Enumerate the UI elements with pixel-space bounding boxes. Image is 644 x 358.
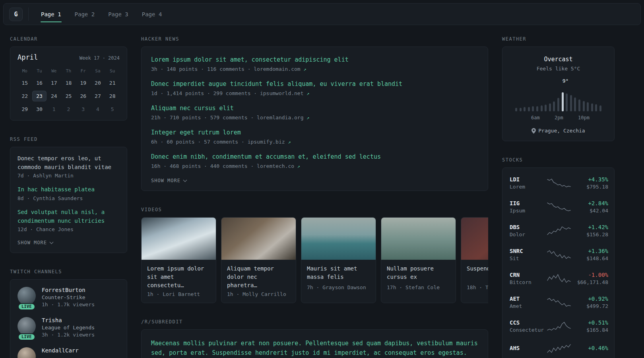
stock-row[interactable]: AET Amet +0.92% $499.72 bbox=[510, 290, 607, 314]
weather-peak-label: 9° bbox=[563, 78, 569, 84]
stock-price: $795.18 bbox=[572, 184, 608, 190]
stock-row[interactable]: SNRC Sit +1.36% $148.64 bbox=[510, 243, 607, 267]
calendar-grid: Mo Tu We Th Fr Sa Su 15 16 17 18 19 20 2… bbox=[17, 67, 120, 115]
twitch-section: TWITCH CHANNELS LIVE ForrestBurton Count… bbox=[10, 269, 127, 358]
calendar-day: 25 bbox=[61, 91, 76, 101]
left-column: CALENDAR April Week 17 · 2024 Mo Tu We T… bbox=[10, 36, 127, 358]
video-card[interactable]: Aliquam tempor dolor nec pharetra… 1h · … bbox=[221, 217, 296, 303]
weather-location-text: Prague, Czechia bbox=[538, 128, 585, 134]
stock-ticker: LDI bbox=[510, 176, 546, 183]
stock-row[interactable]: CCS Consectetur +0.51% $165.84 bbox=[510, 314, 607, 338]
hn-meta-text: 21h · 710 points · 579 comments · bbox=[151, 115, 254, 121]
video-card[interactable]: Suspendisse diam 18h · Tara bbox=[461, 217, 488, 303]
rss-item-link[interactable]: Donec tempor eros leo, ut commodo mauris… bbox=[17, 154, 120, 171]
video-title: Nullam posuere cursus ex bbox=[381, 260, 456, 284]
stock-row[interactable]: DBS Dolor +1.42% $156.28 bbox=[510, 219, 607, 243]
stock-values: +1.42% $156.28 bbox=[572, 224, 608, 237]
stock-id: LDI Lorem bbox=[510, 176, 546, 190]
hn-source-link[interactable]: ipsumworld.net bbox=[260, 90, 304, 96]
calendar-header: CALENDAR bbox=[10, 36, 127, 42]
stock-row[interactable]: AHS +0.46% bbox=[510, 338, 607, 358]
hn-title-link[interactable]: Donec enim nibh, condimentum et accumsan… bbox=[151, 153, 478, 161]
video-card[interactable]: Mauris sit amet massa felis 7h · Grayson… bbox=[301, 217, 376, 303]
stock-ticker: AET bbox=[510, 296, 546, 302]
stock-row[interactable]: CRN Bitcorn -1.00% $66,171.48 bbox=[510, 267, 607, 290]
calendar-day: 22 bbox=[17, 91, 32, 101]
stock-values: +0.92% $499.72 bbox=[572, 296, 608, 309]
rss-show-more-button[interactable]: SHOW MORE bbox=[17, 240, 53, 245]
tab-page-4[interactable]: Page 4 bbox=[135, 4, 169, 25]
weather-time-label: 2pm bbox=[555, 115, 563, 121]
hacker-news-header: HACKER NEWS bbox=[141, 36, 488, 42]
calendar-month: April bbox=[17, 53, 38, 61]
hn-meta-text: 16h · 468 points · 440 comments · bbox=[151, 163, 254, 169]
hn-meta: 3h · 148 points · 116 comments · loremdo… bbox=[151, 66, 478, 72]
tab-page-1[interactable]: Page 1 bbox=[34, 4, 68, 25]
hn-meta: 16h · 468 points · 440 comments · loremt… bbox=[151, 163, 478, 169]
hn-source-link[interactable]: ipsumify.biz bbox=[248, 139, 285, 145]
weather-condition: Overcast bbox=[510, 56, 606, 63]
weather-bar bbox=[583, 101, 585, 111]
hn-title-link[interactable]: Lorem ipsum dolor sit amet, consectetur … bbox=[151, 56, 478, 64]
calendar-day: 27 bbox=[91, 91, 105, 101]
calendar-day-selected: 23 bbox=[32, 91, 47, 101]
twitch-channel-game: Counter-Strike bbox=[42, 294, 95, 300]
twitch-header: TWITCH CHANNELS bbox=[10, 269, 127, 274]
hn-item: Donec imperdiet augue tincidunt felis al… bbox=[151, 80, 478, 96]
calendar-week-year: Week 17 · 2024 bbox=[80, 55, 120, 61]
video-meta: 17h · Stefan Cole bbox=[381, 284, 456, 296]
rss-item-link[interactable]: Sed volutpat nulla nisl, a condimentum n… bbox=[17, 208, 120, 225]
chevron-down-icon bbox=[50, 240, 54, 244]
videos-row: Lorem ipsum dolor sit amet consectetu… 1… bbox=[141, 217, 488, 303]
hn-item: Lorem ipsum dolor sit amet, consectetur … bbox=[151, 56, 478, 72]
stock-values: +0.46% bbox=[572, 345, 608, 352]
stock-ticker: CRN bbox=[510, 272, 546, 278]
stock-row[interactable]: LDI Lorem +4.35% $795.18 bbox=[510, 171, 607, 195]
stock-ticker: SNRC bbox=[510, 248, 546, 254]
twitch-channel-info: KendallCarr bbox=[42, 347, 79, 358]
hn-source-link[interactable]: loremdomain.com bbox=[254, 66, 300, 72]
calendar-dow: Sa bbox=[91, 67, 105, 75]
stock-price: $42.04 bbox=[572, 208, 608, 214]
twitch-channel-row[interactable]: KendallCarr bbox=[17, 347, 120, 358]
calendar-dow: We bbox=[47, 67, 61, 75]
video-card[interactable]: Lorem ipsum dolor sit amet consectetu… 1… bbox=[141, 217, 216, 303]
hn-title-link[interactable]: Donec imperdiet augue tincidunt felis al… bbox=[151, 80, 478, 88]
weather-bar bbox=[532, 106, 534, 111]
stock-sparkline bbox=[546, 202, 572, 212]
hn-meta-text: 3h · 148 points · 116 comments · bbox=[151, 66, 250, 72]
hn-title-link[interactable]: Integer eget rutrum lorem bbox=[151, 128, 478, 137]
tab-page-3[interactable]: Page 3 bbox=[101, 4, 135, 25]
subreddit-post-link[interactable]: Maecenas mollis pulvinar erat non posuer… bbox=[151, 339, 478, 358]
weather-bar bbox=[566, 93, 568, 111]
tab-page-2[interactable]: Page 2 bbox=[68, 4, 102, 25]
twitch-channel-row[interactable]: LIVE Trisha League of Legends 3h · 1.2k … bbox=[17, 317, 120, 338]
stocks-header: STOCKS bbox=[502, 157, 615, 163]
show-more-label: SHOW MORE bbox=[17, 240, 47, 245]
weather-header: WEATHER bbox=[502, 36, 615, 42]
rss-item-meta: 12d · Chance Jones bbox=[17, 226, 120, 232]
stock-values: +2.84% $42.04 bbox=[572, 200, 608, 214]
weather-bar bbox=[515, 108, 517, 111]
hn-source-link[interactable]: loremtech.co bbox=[257, 163, 294, 169]
stock-id: DBS Dolor bbox=[510, 224, 546, 237]
topbar: G Page 1 Page 2 Page 3 Page 4 bbox=[3, 3, 641, 25]
page-tabs: Page 1 Page 2 Page 3 Page 4 bbox=[34, 4, 169, 25]
rss-item-link[interactable]: In hac habitasse platea bbox=[17, 185, 120, 194]
calendar-section: CALENDAR April Week 17 · 2024 Mo Tu We T… bbox=[10, 36, 127, 121]
hn-title-link[interactable]: Aliquam nec cursus elit bbox=[151, 104, 478, 113]
stock-name: Ipsum bbox=[510, 208, 546, 214]
stock-row[interactable]: IIG Ipsum +2.84% $42.04 bbox=[510, 195, 607, 219]
avatar bbox=[17, 317, 36, 335]
video-card[interactable]: Nullam posuere cursus ex 17h · Stefan Co… bbox=[381, 217, 456, 303]
app-logo[interactable]: G bbox=[9, 8, 23, 21]
hn-show-more-button[interactable]: SHOW MORE bbox=[151, 178, 186, 183]
twitch-avatar-wrap: LIVE bbox=[17, 317, 36, 338]
stock-price: $499.72 bbox=[572, 303, 608, 309]
rss-item: In hac habitasse platea 8d · Cynthia Sau… bbox=[17, 185, 120, 201]
rss-item-meta: 7d · Ashlyn Martin bbox=[17, 173, 120, 179]
weather-bar bbox=[520, 108, 522, 111]
twitch-channel-row[interactable]: LIVE ForrestBurton Counter-Strike 1h · 1… bbox=[17, 287, 120, 307]
weather-bar bbox=[591, 103, 593, 111]
hn-source-link[interactable]: loremlandia.org bbox=[257, 115, 303, 121]
